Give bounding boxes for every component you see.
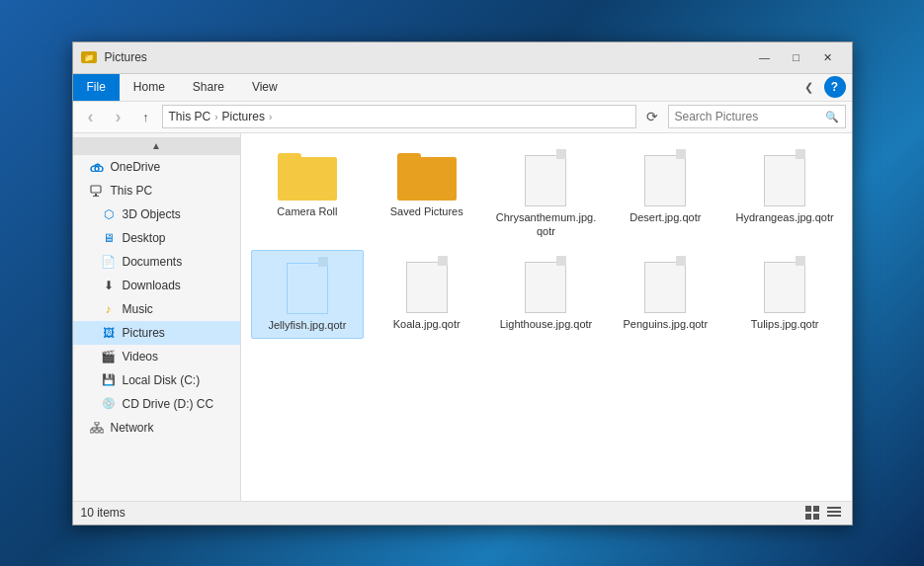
file-name-koala: Koala.jpg.qotr bbox=[393, 317, 461, 331]
sidebar-item-3d-objects[interactable]: ⬡ 3D Objects bbox=[73, 202, 240, 226]
search-input[interactable] bbox=[675, 110, 821, 123]
file-item-camera-roll[interactable]: Camera Roll bbox=[251, 143, 365, 245]
file-item-hydrangeas[interactable]: Hydrangeas.jpg.qotr bbox=[728, 143, 842, 245]
onedrive-icon bbox=[89, 159, 105, 175]
sidebar-item-documents[interactable]: 📄 Documents bbox=[73, 250, 240, 274]
view-grid-icon bbox=[805, 506, 819, 520]
search-icon[interactable]: 🔍 bbox=[825, 111, 839, 123]
sidebar-item-cd-drive[interactable]: 💿 CD Drive (D:) CC bbox=[73, 392, 240, 416]
view-list-button[interactable] bbox=[824, 504, 844, 522]
menu-bar: File Home Share View ❮ ? bbox=[73, 74, 852, 102]
sidebar-scroll-up[interactable]: ▲ bbox=[73, 137, 240, 155]
status-bar: 10 items bbox=[73, 501, 852, 525]
sidebar-label-3d-objects: 3D Objects bbox=[123, 207, 181, 221]
file-name-saved-pictures: Saved Pictures bbox=[390, 204, 463, 218]
file-name-jellyfish: Jellyfish.jpg.qotr bbox=[268, 318, 346, 332]
sidebar-item-desktop[interactable]: 🖥 Desktop bbox=[73, 226, 240, 250]
window-icon: 📁 bbox=[81, 51, 97, 63]
file-item-saved-pictures[interactable]: Saved Pictures bbox=[370, 143, 483, 245]
title-bar: 📁 Pictures — □ ✕ bbox=[73, 42, 852, 74]
sidebar-label-cd-drive: CD Drive (D:) CC bbox=[123, 397, 214, 411]
sidebar-label-network: Network bbox=[111, 421, 154, 435]
menu-home[interactable]: Home bbox=[120, 74, 179, 101]
svg-rect-4 bbox=[93, 196, 99, 197]
title-bar-icons: 📁 bbox=[81, 51, 97, 63]
downloads-icon: ⬇ bbox=[101, 278, 117, 293]
svg-rect-19 bbox=[827, 511, 841, 513]
forward-button[interactable]: › bbox=[107, 105, 130, 128]
sidebar-label-documents: Documents bbox=[123, 255, 183, 269]
minimize-button[interactable]: — bbox=[749, 44, 781, 70]
doc-icon-tulips bbox=[760, 256, 809, 313]
path-segment-thispc: This PC bbox=[169, 110, 211, 123]
folder-icon-saved-pictures bbox=[397, 149, 457, 201]
refresh-button[interactable]: ⟳ bbox=[640, 105, 664, 128]
sidebar-item-videos[interactable]: 🎬 Videos bbox=[73, 345, 240, 368]
sidebar-item-downloads[interactable]: ⬇ Downloads bbox=[73, 274, 240, 297]
main-content: ▲ OneDrive This PC ⬡ 3D Objects 🖥 Deskto bbox=[73, 133, 852, 501]
file-item-koala[interactable]: Koala.jpg.qotr bbox=[370, 250, 483, 339]
address-path[interactable]: This PC › Pictures › bbox=[162, 105, 636, 128]
doc-icon-penguins bbox=[640, 256, 690, 313]
sidebar: ▲ OneDrive This PC ⬡ 3D Objects 🖥 Deskto bbox=[73, 133, 241, 501]
menu-file[interactable]: File bbox=[73, 74, 120, 101]
desktop-icon: 🖥 bbox=[101, 230, 117, 246]
up-button[interactable]: ↑ bbox=[134, 105, 158, 128]
sidebar-item-local-disk[interactable]: 💾 Local Disk (C:) bbox=[73, 368, 240, 392]
sidebar-item-music[interactable]: ♪ Music bbox=[73, 297, 240, 321]
sidebar-label-thispc: This PC bbox=[111, 184, 153, 198]
path-separator-2: › bbox=[269, 112, 272, 122]
file-name-hydrangeas: Hydrangeas.jpg.qotr bbox=[736, 210, 834, 224]
address-bar: ‹ › ↑ This PC › Pictures › ⟳ 🔍 bbox=[73, 102, 852, 133]
menu-chevron-icon[interactable]: ❮ bbox=[798, 76, 820, 98]
path-separator-1: › bbox=[214, 112, 217, 122]
file-item-jellyfish[interactable]: Jellyfish.jpg.qotr bbox=[251, 250, 365, 339]
menu-bar-right: ❮ ? bbox=[798, 74, 852, 101]
file-item-chrysanthemum[interactable]: Chrysanthemum.jpg.qotr bbox=[489, 143, 603, 245]
main-window: 📁 Pictures — □ ✕ File Home Share View ❮ … bbox=[72, 41, 853, 526]
view-grid-button[interactable] bbox=[802, 504, 822, 522]
file-item-desert[interactable]: Desert.jpg.qotr bbox=[609, 143, 722, 245]
doc-icon-lighthouse bbox=[521, 256, 570, 313]
sidebar-label-pictures: Pictures bbox=[123, 326, 165, 340]
cd-drive-icon: 💿 bbox=[101, 396, 117, 412]
svg-rect-5 bbox=[95, 422, 99, 425]
sidebar-label-desktop: Desktop bbox=[123, 231, 166, 245]
menu-share[interactable]: Share bbox=[179, 74, 238, 101]
help-button[interactable]: ? bbox=[824, 76, 846, 98]
view-buttons bbox=[802, 504, 844, 522]
file-area: Camera Roll Saved Pictures C bbox=[241, 133, 852, 501]
menu-view[interactable]: View bbox=[238, 74, 292, 101]
file-item-penguins[interactable]: Penguins.jpg.qotr bbox=[609, 250, 722, 339]
file-item-tulips[interactable]: Tulips.jpg.qotr bbox=[728, 250, 842, 339]
file-grid: Camera Roll Saved Pictures C bbox=[251, 143, 842, 340]
file-item-lighthouse[interactable]: Lighthouse.jpg.qotr bbox=[489, 250, 603, 339]
sidebar-label-onedrive: OneDrive bbox=[111, 160, 161, 174]
item-count: 10 items bbox=[81, 506, 126, 520]
3d-objects-icon: ⬡ bbox=[101, 206, 117, 222]
window-title: Pictures bbox=[105, 50, 749, 64]
pc-icon bbox=[89, 183, 105, 199]
documents-icon: 📄 bbox=[101, 254, 117, 270]
svg-rect-7 bbox=[95, 430, 99, 433]
sidebar-item-thispc[interactable]: This PC bbox=[73, 179, 240, 202]
sidebar-item-network[interactable]: Network bbox=[73, 416, 240, 440]
doc-icon-chrysanthemum bbox=[521, 149, 570, 206]
search-box: 🔍 bbox=[668, 105, 846, 128]
sidebar-label-videos: Videos bbox=[123, 350, 158, 364]
sidebar-label-downloads: Downloads bbox=[123, 279, 181, 292]
view-list-icon bbox=[827, 506, 841, 520]
file-name-penguins: Penguins.jpg.qotr bbox=[623, 317, 708, 331]
sidebar-item-onedrive[interactable]: OneDrive bbox=[73, 155, 240, 179]
maximize-button[interactable]: □ bbox=[781, 44, 812, 70]
svg-rect-20 bbox=[827, 515, 841, 517]
svg-rect-14 bbox=[805, 506, 811, 512]
file-name-chrysanthemum: Chrysanthemum.jpg.qotr bbox=[493, 210, 599, 239]
back-button[interactable]: ‹ bbox=[79, 105, 103, 128]
close-button[interactable]: ✕ bbox=[812, 44, 844, 70]
music-icon: ♪ bbox=[101, 301, 117, 317]
svg-rect-15 bbox=[813, 506, 819, 512]
svg-rect-8 bbox=[100, 430, 104, 433]
svg-rect-17 bbox=[813, 514, 819, 520]
sidebar-item-pictures[interactable]: 🖼 Pictures bbox=[73, 321, 240, 345]
